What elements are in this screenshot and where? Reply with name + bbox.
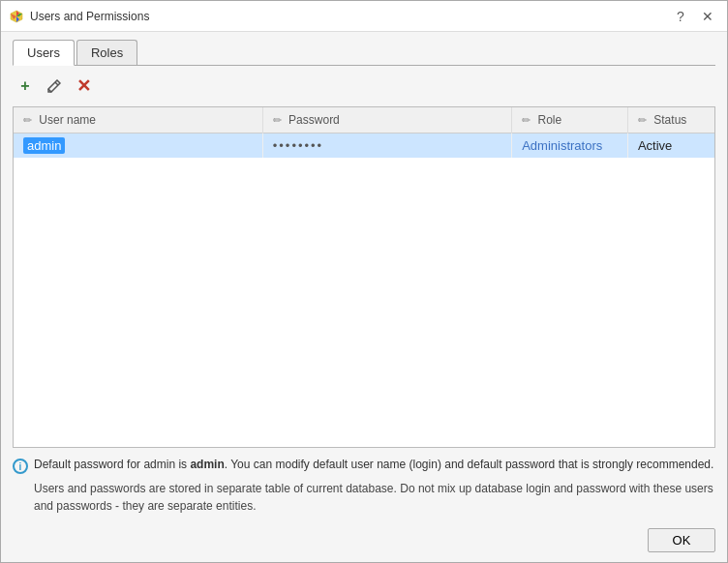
dialog-content: Users Roles + ✕ ✏ (1, 32, 727, 448)
footer-info: i Default password for admin is admin. Y… (1, 448, 727, 522)
ok-button[interactable]: OK (648, 528, 715, 552)
info-text-1: Default password for admin is admin. You… (34, 458, 713, 471)
close-button[interactable]: ✕ (696, 5, 719, 28)
status-col-icon: ✏ (638, 114, 647, 127)
status-cell: Active (627, 133, 714, 159)
info-line-1: i Default password for admin is admin. Y… (13, 458, 715, 474)
role-col-icon: ✏ (522, 114, 531, 127)
title-bar-buttons: ? ✕ (669, 5, 719, 28)
users-table: ✏ User name ✏ Password ✏ Role ✏ (13, 106, 715, 448)
footer-bottom: OK (1, 522, 727, 562)
col-header-username: ✏ User name (14, 107, 262, 133)
role-value: Administrators (522, 138, 602, 153)
users-permissions-dialog: Users and Permissions ? ✕ Users Roles + … (0, 0, 728, 563)
col-header-role: ✏ Role (512, 107, 628, 133)
info-icon: i (13, 459, 28, 474)
table-row[interactable]: admin •••••••• Administrators Active (14, 133, 714, 159)
status-value: Active (638, 138, 672, 153)
password-value: •••••••• (273, 138, 323, 153)
tab-users[interactable]: Users (13, 40, 75, 66)
edit-user-button[interactable] (42, 74, 67, 99)
app-icon (9, 9, 24, 24)
col-header-status: ✏ Status (627, 107, 714, 133)
info-line-2: Users and passwords are stored in separa… (13, 480, 715, 515)
username-cell: admin (14, 133, 262, 159)
tab-bar: Users Roles (13, 40, 715, 66)
username-col-icon: ✏ (23, 114, 32, 127)
add-user-button[interactable]: + (13, 74, 38, 99)
title-bar: Users and Permissions ? ✕ (1, 1, 727, 32)
tab-roles[interactable]: Roles (76, 40, 137, 65)
help-button[interactable]: ? (669, 5, 692, 28)
username-value: admin (23, 137, 65, 154)
table-header-row: ✏ User name ✏ Password ✏ Role ✏ (14, 107, 714, 133)
edit-icon (47, 79, 61, 93)
password-cell: •••••••• (262, 133, 511, 159)
delete-user-button[interactable]: ✕ (71, 74, 96, 99)
toolbar: + ✕ (13, 74, 715, 99)
col-header-password: ✏ Password (262, 107, 511, 133)
password-col-icon: ✏ (273, 114, 282, 127)
role-cell: Administrators (512, 133, 628, 159)
dialog-title: Users and Permissions (30, 10, 669, 23)
